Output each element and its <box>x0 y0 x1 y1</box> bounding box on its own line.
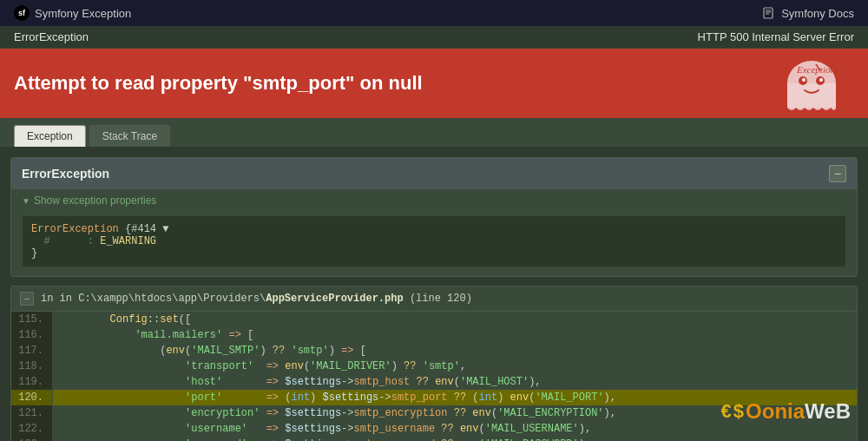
docs-link[interactable]: Symfony Docs <box>762 6 854 20</box>
collapse-button[interactable]: − <box>829 165 846 182</box>
app-name-label: Symfony Exception <box>35 7 131 20</box>
exception-panel: ErrorException − Show exception properti… <box>10 157 858 277</box>
euro-symbol: € <box>721 400 732 423</box>
exception-panel-header: ErrorException − <box>11 158 857 189</box>
file-collapse-button[interactable]: − <box>20 292 34 306</box>
tab-stack-trace[interactable]: Stack Trace <box>89 125 170 147</box>
code-line-118: 118. 'transport' => env('MAIL_DRIVER') ?… <box>11 359 857 374</box>
code-line-116: 116. 'mail.mailers' => [ <box>11 327 857 343</box>
symfony-logo: sf <box>14 5 30 21</box>
code-line-119: 119. 'host' => $settings->smtp_host ?? e… <box>11 374 857 390</box>
svg-point-9 <box>819 78 823 82</box>
line-info: (line 120) <box>410 293 472 305</box>
error-message: Attempt to read property "smtp_port" on … <box>14 72 423 95</box>
show-properties-toggle[interactable]: Show exception properties <box>11 189 857 212</box>
file-panel-header: − in in C:\xampp\htdocs\app\Providers\Ap… <box>11 286 857 312</box>
exception-code-block: ErrorException {#414 ▼ # : E_WARNING } <box>22 215 846 267</box>
exception-ghost: Exception! <box>773 57 851 118</box>
exception-panel-title: ErrorException <box>22 167 109 181</box>
watermark: € $ OoniaWeB <box>721 399 851 424</box>
svg-rect-0 <box>764 8 773 18</box>
error-type-label: ErrorException <box>14 30 89 43</box>
file-name: AppServiceProvider.php <box>266 293 403 305</box>
tabs-bar: Exception Stack Trace <box>0 118 868 148</box>
http-status: HTTP 500 Internal Server Error <box>698 30 854 43</box>
code-line-115: 115. Config::set([ <box>11 312 857 327</box>
tab-exception[interactable]: Exception <box>14 125 86 147</box>
watermark-text: OoniaWeB <box>746 399 851 424</box>
book-icon <box>762 6 776 20</box>
code-line-117: 117. (env('MAIL_SMTP') ?? 'smtp') => [ <box>11 343 857 359</box>
dollar-symbol: $ <box>733 400 744 423</box>
error-header: Attempt to read property "smtp_port" on … <box>0 49 868 118</box>
top-bar: sf Symfony Exception Symfony Docs <box>0 0 868 26</box>
docs-label[interactable]: Symfony Docs <box>781 7 854 20</box>
app-name-section: sf Symfony Exception <box>14 5 131 21</box>
main-content: ErrorException − Show exception properti… <box>0 148 868 441</box>
file-path: in in C:\xampp\htdocs\app\Providers\AppS… <box>41 293 472 305</box>
svg-point-8 <box>802 78 806 82</box>
code-line-123: 123. 'password' => $settings->smtp_passw… <box>11 437 857 441</box>
error-type-bar: ErrorException HTTP 500 Internal Server … <box>0 26 868 49</box>
